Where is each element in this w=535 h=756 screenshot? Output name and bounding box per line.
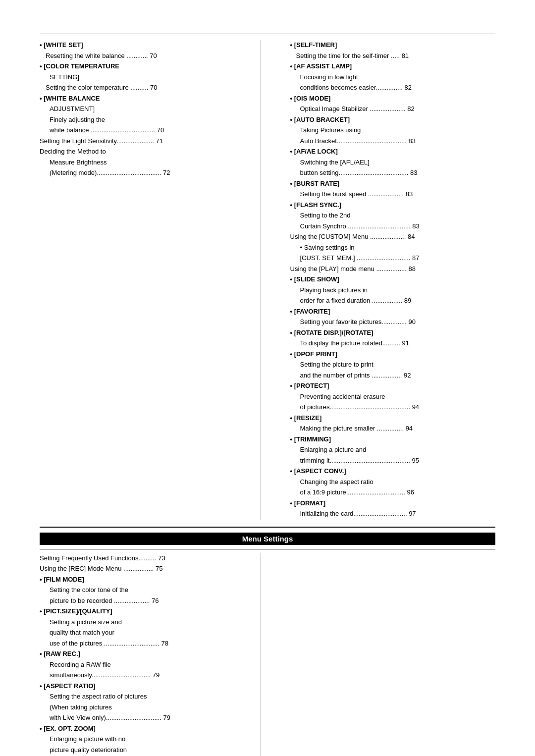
list-item: • Saving settings in [290, 243, 496, 253]
toc-text: Enlarging a picture with no [50, 735, 125, 743]
toc-text: Recording a RAW file [50, 661, 111, 668]
toc-text: Setting the color temperature [46, 84, 130, 91]
list-item: and the number of prints ...............… [290, 371, 496, 380]
page-num: 83 [404, 190, 413, 198]
list-item: Finely adjusting the [40, 115, 245, 125]
dots: ....................................... [339, 169, 409, 176]
page-num: 70 [148, 52, 157, 59]
toc-text: (Metering mode) [50, 169, 97, 176]
list-item: • [COLOR TEMPERATURE [40, 61, 245, 71]
toc-text: ADJUSTMENT] [50, 105, 95, 112]
bullet: • [SELF-TIMER] [290, 41, 337, 49]
list-item: • [AUTO BRACKET] [290, 115, 496, 125]
bullet: • [SLIDE SHOW] [290, 275, 339, 283]
list-item: Setting the color temperature ..........… [40, 83, 245, 93]
list-item: Setting Frequently Used Functions.......… [40, 553, 245, 563]
page-num: 87 [410, 254, 419, 262]
toc-text: Switching the [AFL/AEL] [300, 159, 370, 166]
list-item: Setting the aspect ratio of pictures [40, 692, 245, 702]
toc-text: [CUST. SET MEM.] [300, 254, 357, 262]
bottom-left-column: Setting Frequently Used Functions.......… [40, 553, 261, 756]
dots: .................................... [91, 126, 155, 134]
bullet: • [RAW REC.] [40, 650, 80, 657]
page: • [WHITE SET] Resetting the white balanc… [0, 0, 535, 756]
toc-text: Setting the color tone of the [50, 586, 128, 594]
bullet: • [ROTATE DISP.]/[ROTATE] [290, 329, 374, 336]
toc-text: button setting [300, 169, 339, 176]
page-num: 91 [400, 339, 409, 347]
page-num: 70 [155, 126, 164, 134]
dots: .......... [138, 554, 156, 562]
dots: ................................. [346, 488, 405, 496]
list-item: quality that match your [40, 628, 245, 638]
bullet: • [EX. OPT. ZOOM] [40, 725, 96, 732]
top-divider [40, 34, 495, 34]
bullet: • [TRIMMING] [290, 435, 331, 443]
list-item: • [FLASH SYNC.] [290, 200, 496, 210]
toc-text: Setting Frequently Used Functions [40, 554, 138, 562]
bullet: • [AF/AE LOCK] [290, 148, 338, 155]
toc-text: use of the pictures [50, 640, 104, 647]
bottom-right-column [280, 553, 496, 756]
dots: .................... [114, 597, 150, 604]
list-item: of a 16:9 picture.......................… [290, 487, 496, 497]
page-num: 89 [402, 297, 411, 304]
page-num: 79 [161, 714, 170, 721]
list-item: • [SLIDE SHOW] [290, 274, 496, 284]
page-num: 97 [407, 510, 416, 517]
list-item: Using the [PLAY] mode menu .............… [290, 264, 496, 274]
bullet: • [OIS MODE] [290, 95, 331, 102]
toc-text: Resetting the white balance [46, 52, 126, 59]
page-num: 96 [405, 488, 414, 496]
toc-text: white balance [50, 126, 91, 134]
bullet: • [PROTECT] [290, 382, 329, 389]
bullet: • [RESIZE] [290, 414, 322, 422]
page-num: 84 [406, 233, 415, 240]
toc-text: Auto Bracket [300, 137, 337, 145]
list-item: • [AF ASSIST LAMP] [290, 61, 496, 71]
dots: ................. [372, 297, 402, 304]
dots: ..................... [116, 137, 154, 145]
toc-text: Setting the time for the self-timer ....… [296, 52, 400, 59]
page-num: 72 [161, 169, 170, 176]
list-item: Curtain Synchro.........................… [290, 221, 496, 231]
dots: ................. [372, 372, 402, 379]
toc-text: Deciding the Method to [40, 148, 106, 155]
bullet: • [FLASH SYNC.] [290, 201, 342, 209]
toc-text: Changing the aspect ratio [300, 478, 374, 486]
list-item: trimming it.............................… [290, 456, 496, 466]
toc-text: (When taking pictures [50, 703, 112, 711]
bullet: • [AF ASSIST LAMP] [290, 62, 352, 70]
toc-text: picture quality deterioration [50, 746, 127, 754]
list-item: of pictures.............................… [290, 402, 496, 412]
page-num: 82 [403, 84, 412, 91]
dots: .................................... [346, 222, 411, 230]
toc-text: order for a fixed duration [300, 297, 372, 304]
dots: ................................. [92, 671, 151, 679]
dots: .................... [370, 105, 405, 112]
bullet: • [FORMAT] [290, 499, 325, 507]
toc-text: of pictures [300, 403, 330, 411]
page-num: 81 [400, 52, 409, 59]
list-item: Initializing the card...................… [290, 509, 496, 519]
list-item: To display the picture rotated..........… [290, 338, 496, 348]
list-item: • [RAW REC.] [40, 649, 245, 659]
list-item: Preventing accidental erasure [290, 392, 496, 402]
list-item: Setting the Light Sensitivity...........… [40, 136, 245, 146]
toc-text: Optical Image Stabilizer [300, 105, 370, 112]
dots: ................. [376, 265, 406, 272]
toc-text: SETTING] [50, 73, 79, 81]
list-item: Taking Pictures using [290, 125, 496, 135]
list-item: Resetting the white balance ............… [40, 51, 245, 61]
list-item: Setting a picture size and [40, 617, 245, 627]
list-item: Using the [CUSTOM] Menu ................… [290, 232, 496, 242]
list-item: Optical Image Stabilizer ...............… [290, 104, 496, 114]
dots: .......... [130, 84, 148, 91]
dots: .............. [381, 318, 407, 325]
list-item: Making the picture smaller .............… [290, 424, 496, 433]
page-num: 95 [410, 457, 419, 464]
list-item: conditions becomes easier...............… [290, 83, 496, 93]
page-num: 94 [410, 403, 419, 411]
bottom-section: Setting Frequently Used Functions.......… [40, 553, 495, 756]
list-item: • [TRIMMING] [290, 434, 496, 444]
